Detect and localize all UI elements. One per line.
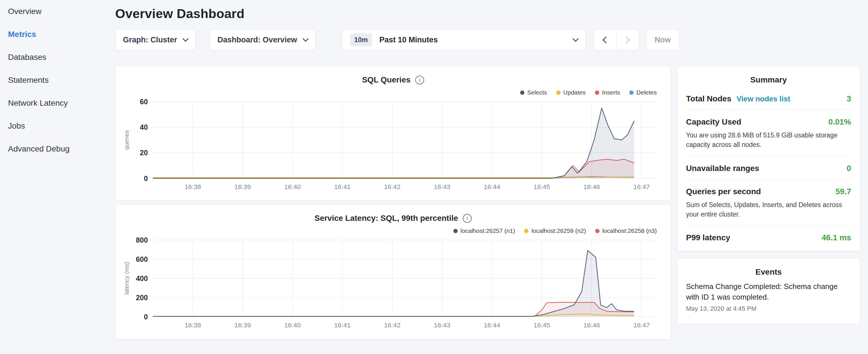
- legend-item[interactable]: localhost:26258 (n3): [595, 227, 657, 234]
- svg-text:0: 0: [144, 174, 148, 183]
- legend-label: Deletes: [637, 89, 657, 96]
- time-back-button[interactable]: [593, 29, 616, 51]
- summary-value: 46.1 ms: [822, 233, 851, 242]
- legend-dot-icon: [520, 91, 524, 95]
- info-icon[interactable]: i: [463, 214, 472, 223]
- info-icon[interactable]: i: [415, 75, 424, 85]
- sidebar-item-databases[interactable]: Databases: [8, 46, 115, 69]
- legend-dot-icon: [556, 91, 560, 95]
- legend-item[interactable]: Deletes: [629, 89, 657, 96]
- legend-label: Updates: [563, 89, 586, 96]
- svg-text:16:39: 16:39: [235, 183, 251, 190]
- sidebar-item-metrics[interactable]: Metrics: [8, 23, 115, 46]
- legend-item[interactable]: Inserts: [595, 89, 620, 96]
- svg-text:20: 20: [140, 149, 148, 157]
- legend-label: localhost:26259 (n2): [531, 227, 586, 234]
- main-content: Overview Dashboard Graph: Cluster Dashbo…: [115, 0, 868, 354]
- svg-text:16:38: 16:38: [185, 183, 201, 190]
- svg-text:16:46: 16:46: [584, 183, 600, 190]
- svg-text:16:47: 16:47: [633, 322, 650, 329]
- chart-title-row: Service Latency: SQL, 99th percentile i: [122, 214, 664, 223]
- svg-text:16:44: 16:44: [484, 322, 500, 329]
- legend-item[interactable]: Updates: [556, 89, 586, 96]
- svg-text:16:43: 16:43: [434, 183, 450, 190]
- controls-bar: Graph: Cluster Dashboard: Overview 10m P…: [115, 29, 860, 51]
- svg-text:16:45: 16:45: [534, 322, 550, 329]
- time-range-badge: 10m: [350, 33, 372, 46]
- legend-dot-icon: [595, 229, 599, 233]
- summary-description: You are using 28.6 MiB of 515.9 GiB usab…: [686, 131, 851, 150]
- legend-dot-icon: [629, 91, 633, 95]
- svg-text:200: 200: [136, 294, 148, 301]
- graph-dropdown[interactable]: Graph: Cluster: [115, 29, 195, 51]
- chevron-left-icon: [602, 36, 610, 43]
- sql-queries-chart-card: SQL Queries i SelectsUpdatesInsertsDelet…: [115, 66, 671, 201]
- time-range-picker[interactable]: 10m Past 10 Minutes: [342, 29, 586, 51]
- events-panel: Events Schema Change Completed: Schema c…: [677, 258, 860, 324]
- summary-label: Unavailable ranges: [686, 164, 759, 173]
- dashboard-dropdown[interactable]: Dashboard: Overview: [210, 29, 315, 51]
- chart-legend: localhost:26257 (n1)localhost:26259 (n2)…: [122, 226, 657, 235]
- svg-text:16:41: 16:41: [334, 322, 350, 329]
- legend-item[interactable]: localhost:26259 (n2): [524, 227, 586, 234]
- chevron-down-icon: [183, 35, 189, 41]
- page-title: Overview Dashboard: [115, 6, 860, 21]
- legend-label: Selects: [527, 89, 547, 96]
- time-controls: 10m Past 10 Minutes Now: [342, 29, 679, 51]
- legend-label: localhost:26258 (n3): [602, 227, 657, 234]
- svg-text:16:41: 16:41: [334, 183, 350, 190]
- svg-text:16:40: 16:40: [284, 322, 301, 329]
- legend-item[interactable]: Selects: [520, 89, 547, 96]
- charts-column: SQL Queries i SelectsUpdatesInsertsDelet…: [115, 66, 671, 343]
- svg-text:queries: queries: [123, 130, 130, 150]
- summary-value: 0: [846, 164, 851, 173]
- chart-title: Service Latency: SQL, 99th percentile: [314, 214, 458, 223]
- sql-queries-plot[interactable]: 020406016:3816:3916:4016:4116:4216:4316:…: [122, 98, 664, 193]
- summary-label: Queries per second: [686, 187, 761, 196]
- legend-dot-icon: [453, 229, 458, 233]
- sidebar-item-network-latency[interactable]: Network Latency: [8, 92, 115, 115]
- legend-item[interactable]: localhost:26257 (n1): [453, 227, 515, 234]
- svg-text:400: 400: [136, 275, 148, 282]
- svg-text:16:44: 16:44: [484, 183, 500, 190]
- legend-label: Inserts: [602, 89, 620, 96]
- chevron-right-icon: [623, 36, 630, 43]
- svg-text:16:40: 16:40: [284, 183, 301, 190]
- summary-row-unavailable-ranges: Unavailable ranges 0: [686, 156, 851, 180]
- svg-text:16:46: 16:46: [584, 322, 600, 329]
- sidebar-item-advanced-debug[interactable]: Advanced Debug: [8, 137, 115, 160]
- dashboard-content: SQL Queries i SelectsUpdatesInsertsDelet…: [115, 66, 860, 343]
- chevron-down-icon: [572, 35, 579, 41]
- event-text[interactable]: Schema Change Completed: Schema change w…: [686, 281, 851, 302]
- summary-title: Summary: [686, 75, 851, 85]
- chevron-down-icon: [303, 35, 309, 41]
- summary-label: Capacity Used: [686, 118, 741, 127]
- chart-title-row: SQL Queries i: [122, 75, 664, 85]
- summary-row-queries-per-second: Queries per second 59.7 Sum of Selects, …: [686, 180, 851, 226]
- time-range-label: Past 10 Minutes: [379, 35, 438, 44]
- svg-text:16:42: 16:42: [384, 322, 400, 329]
- svg-text:16:43: 16:43: [434, 322, 450, 329]
- summary-description: Sum of Selects, Updates, Inserts, and De…: [686, 200, 851, 219]
- view-nodes-list-link[interactable]: View nodes list: [737, 95, 790, 103]
- svg-text:0: 0: [144, 313, 148, 321]
- legend-dot-icon: [524, 229, 528, 233]
- service-latency-plot[interactable]: 020040060080016:3816:3916:4016:4116:4216…: [122, 236, 664, 331]
- summary-label: P99 latency: [686, 233, 730, 242]
- right-column: Summary Total Nodes View nodes list 3 Ca…: [677, 66, 860, 324]
- sidebar-item-statements[interactable]: Statements: [8, 69, 115, 92]
- sidebar-item-overview[interactable]: Overview: [8, 0, 115, 23]
- time-forward-button[interactable]: [616, 29, 639, 51]
- summary-panel: Summary Total Nodes View nodes list 3 Ca…: [677, 66, 860, 251]
- svg-text:800: 800: [136, 236, 148, 244]
- sidebar-item-jobs[interactable]: Jobs: [8, 115, 115, 137]
- legend-dot-icon: [595, 91, 599, 95]
- now-button[interactable]: Now: [647, 29, 679, 51]
- svg-text:600: 600: [136, 255, 148, 263]
- summary-row-p99-latency: P99 latency 46.1 ms: [686, 226, 851, 249]
- legend-label: localhost:26257 (n1): [461, 227, 515, 234]
- summary-value: 0.01%: [829, 118, 851, 127]
- summary-row-capacity-used: Capacity Used 0.01% You are using 28.6 M…: [686, 110, 851, 156]
- svg-text:16:47: 16:47: [633, 183, 650, 190]
- sidebar-nav: Overview Metrics Databases Statements Ne…: [0, 0, 115, 354]
